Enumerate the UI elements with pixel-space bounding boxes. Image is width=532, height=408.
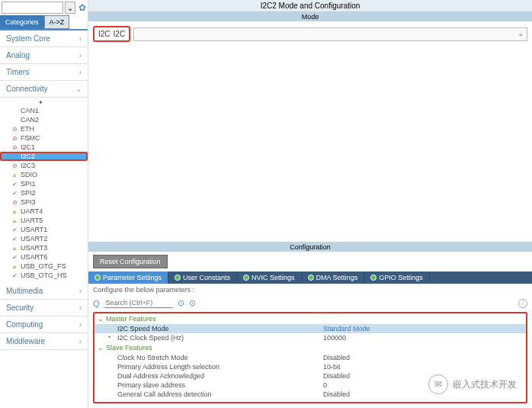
- tab-nvic-settings[interactable]: NVIC Settings: [237, 271, 302, 284]
- mode-select[interactable]: [133, 27, 527, 41]
- chevron-right-icon: ›: [79, 320, 82, 329]
- search-icon: Q: [93, 299, 100, 308]
- warn-icon: ▲: [11, 262, 18, 270]
- warn-icon: ▲: [11, 171, 18, 178]
- warn-icon: ▲: [11, 244, 18, 252]
- check-icon: ✔: [11, 253, 18, 261]
- chevron-right-icon: ›: [79, 51, 82, 59]
- search-input[interactable]: [2, 2, 63, 14]
- cat-computing[interactable]: Computing›: [0, 316, 88, 333]
- cat-security[interactable]: Security›: [0, 300, 88, 316]
- cat-system-core[interactable]: System Core›: [0, 31, 88, 47]
- cat-connectivity[interactable]: Connectivity⌄: [0, 81, 88, 98]
- disabled-icon: ⊘: [11, 143, 18, 151]
- status-dot-icon: [308, 275, 314, 281]
- periph-uart5[interactable]: ▲UART5: [0, 216, 88, 225]
- param-dual-addr-ack[interactable]: Dual Address AcknowledgedDisabled: [95, 371, 526, 381]
- chevron-right-icon: ›: [79, 304, 82, 312]
- periph-spi3[interactable]: ⊘SPI3: [0, 198, 88, 207]
- periph-usart3[interactable]: ▲USART3: [0, 243, 88, 252]
- config-hint: Configure the below parameters :: [88, 284, 532, 296]
- group-slave-features[interactable]: ⌄Slave Features: [95, 342, 526, 353]
- chevron-right-icon: ›: [79, 34, 82, 43]
- gear-icon[interactable]: ✿: [79, 2, 86, 13]
- periph-sdio[interactable]: ▲SDIO: [0, 170, 88, 179]
- periph-usart6[interactable]: ✔USART6: [0, 252, 88, 262]
- periph-usb-otg-fs[interactable]: ▲USB_OTG_FS: [0, 262, 88, 271]
- param-search-input[interactable]: [104, 298, 173, 308]
- disabled-icon: ⊘: [11, 198, 18, 206]
- periph-usb-otg-hs[interactable]: ✔USB_OTG_HS: [0, 271, 88, 280]
- disabled-icon: ⊘: [11, 134, 18, 142]
- mode-label: I2C: [98, 30, 111, 38]
- periph-i2c1[interactable]: ⊘I2C1: [0, 143, 88, 152]
- periph-spi1[interactable]: ✔SPI1: [0, 179, 88, 188]
- group-master-features[interactable]: ⌄Master Features: [95, 313, 526, 324]
- main-panel: I2C2 Mode and Configuration Mode I2C I2C…: [88, 0, 532, 408]
- warn-icon: ▲: [11, 207, 18, 215]
- param-i2c-clock-speed[interactable]: * I2C Clock Speed (Hz) 100000: [95, 333, 526, 342]
- config-header: Configuration: [88, 243, 532, 252]
- periph-usart2[interactable]: ✔USART2: [0, 234, 88, 243]
- check-icon: ✔: [11, 180, 18, 188]
- info-icon[interactable]: i: [518, 299, 527, 308]
- sidebar: ⌄ ✿ Categories A->Z System Core› Analog›…: [0, 0, 88, 408]
- chevron-right-icon: ›: [79, 287, 82, 295]
- reset-button[interactable]: Reset Configuration: [93, 255, 168, 268]
- param-i2c-speed-mode[interactable]: I2C Speed Mode Standard Mode: [95, 324, 526, 333]
- parameter-box: ⌄Master Features I2C Speed Mode Standard…: [93, 312, 527, 403]
- check-icon: ✔: [11, 235, 18, 243]
- status-dot-icon: [370, 275, 377, 281]
- cat-multimedia[interactable]: Multimedia›: [0, 283, 88, 300]
- param-primary-addr-length[interactable]: Primary Address Length selection10-bit: [95, 362, 526, 371]
- mode-row: I2C I2C: [88, 21, 532, 47]
- periph-uart4[interactable]: ▲UART4: [0, 207, 88, 216]
- collapse-icon: ⌄: [98, 344, 104, 352]
- config-section: Configuration Reset Configuration Parame…: [88, 242, 532, 408]
- check-icon: ✔: [11, 189, 18, 197]
- page-title: I2C2 Mode and Configuration: [88, 0, 532, 12]
- param-search-row: Q ⊙ ⊙ i: [88, 296, 532, 310]
- periph-spi2[interactable]: ✔SPI2: [0, 188, 88, 198]
- periph-eth[interactable]: ⊘ETH: [0, 124, 88, 133]
- disabled-icon: ⊘: [11, 162, 18, 169]
- mode-header: Mode: [88, 12, 532, 21]
- collapse-icon: ⌄: [98, 315, 104, 323]
- cat-middleware[interactable]: Middleware›: [0, 333, 88, 350]
- periph-i2c3[interactable]: ⊘I2C3: [0, 161, 88, 170]
- warn-icon: ▲: [11, 217, 18, 224]
- mode-highlight-box: I2C I2C: [93, 26, 130, 42]
- periph-usart1[interactable]: ✔USART1: [0, 225, 88, 234]
- periph-fsmc[interactable]: ⊘FSMC: [0, 133, 88, 143]
- mode-value: I2C: [114, 30, 126, 38]
- tab-categories[interactable]: Categories: [0, 15, 44, 29]
- tab-parameter-settings[interactable]: Parameter Settings: [88, 271, 168, 284]
- status-dot-icon: [95, 275, 101, 281]
- peripheral-list: ✦ CAN1 CAN2 ⊘ETH ⊘FSMC ⊘I2C1 I2C2 ⊘I2C3 …: [0, 98, 88, 283]
- chevron-down-icon: ⌄: [75, 85, 82, 93]
- cat-timers[interactable]: Timers›: [0, 64, 88, 81]
- tab-dma-settings[interactable]: DMA Settings: [302, 271, 365, 284]
- cat-analog[interactable]: Analog›: [0, 47, 88, 64]
- periph-can2[interactable]: CAN2: [0, 115, 88, 124]
- param-primary-slave-addr[interactable]: Primary slave address0: [95, 381, 526, 390]
- chevron-right-icon: ›: [79, 68, 82, 76]
- category-list: System Core› Analog› Timers› Connectivit…: [0, 31, 88, 408]
- periph-i2c2[interactable]: I2C2: [0, 152, 88, 161]
- search-dropdown[interactable]: ⌄: [65, 2, 75, 14]
- check-icon: ✔: [11, 226, 18, 233]
- sidebar-tab-row: Categories A->Z: [0, 15, 88, 29]
- tab-user-constants[interactable]: User Constants: [168, 271, 237, 284]
- prev-icon[interactable]: ⊙: [178, 298, 184, 308]
- check-icon: ✔: [11, 271, 18, 279]
- chevron-right-icon: ›: [79, 337, 82, 345]
- tab-gpio-settings[interactable]: GPIO Settings: [364, 271, 430, 284]
- search-row: ⌄ ✿: [0, 0, 88, 15]
- status-dot-icon: [243, 275, 249, 281]
- status-dot-icon: [175, 275, 181, 281]
- tab-az[interactable]: A->Z: [44, 15, 70, 29]
- periph-can1[interactable]: CAN1: [0, 106, 88, 115]
- next-icon[interactable]: ⊙: [189, 298, 196, 308]
- param-general-call[interactable]: General Call address detectionDisabled: [95, 390, 526, 399]
- param-clock-no-stretch[interactable]: Clock No Stretch ModeDisabled: [95, 353, 526, 362]
